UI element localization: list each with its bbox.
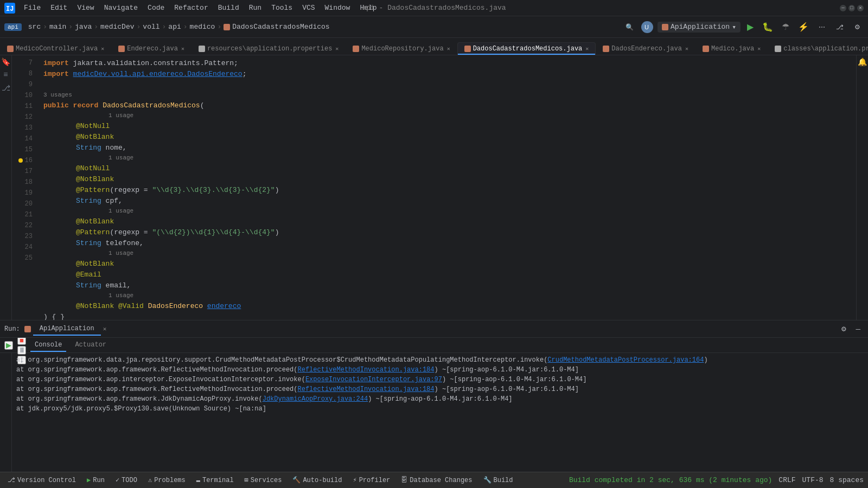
run-config-dropdown[interactable]: ▾ (732, 23, 736, 31)
run-config-label: ApiApplication (671, 23, 730, 31)
settings-panel-button[interactable]: ⚙ (838, 323, 850, 335)
right-sidebar: 🔔 (856, 55, 868, 320)
git-button[interactable]: ⎇ (833, 21, 847, 33)
tab-endereco[interactable]: Endereco.java ✕ (111, 42, 192, 55)
debug-button[interactable]: 🐛 (760, 21, 775, 33)
code-line-16: @Pattern(regexp = "\\d{3}.\\d{3}.\\d{3}-… (43, 184, 851, 195)
hammer-icon: 🔨 (292, 476, 301, 484)
run-button[interactable]: ▶ (745, 21, 756, 33)
tab-close-medicocontroller[interactable]: ✕ (101, 46, 104, 52)
run-app-tab[interactable]: ApiApplication (33, 323, 101, 336)
breadcrumb-main[interactable]: main (49, 23, 66, 31)
code-line-24: @NotBlank @Valid DadosEndereco endereco (43, 300, 851, 311)
settings-button[interactable]: ⚙ (851, 21, 864, 33)
code-line-23: String email, (43, 280, 851, 291)
terminal-button[interactable]: ▬ Terminal (193, 476, 237, 485)
version-control-button[interactable]: ⎇ Version Control (4, 475, 79, 485)
menu-build[interactable]: Build (214, 3, 244, 13)
link-reflective2[interactable]: ReflectiveMethodInvocation.java:184 (297, 386, 434, 393)
line-25: 25 (16, 253, 35, 264)
avatar-button[interactable]: U (641, 21, 653, 33)
stop-button[interactable]: ■ (17, 338, 26, 345)
tab-dadosendereco[interactable]: DadosEndereco.java ✕ (596, 42, 695, 55)
usage-hint-1e: 1 usage (43, 291, 851, 300)
tab-classes-props[interactable]: classes\application.properties ✕ (768, 42, 868, 55)
tab-close-endereco[interactable]: ✕ (181, 46, 184, 52)
java-icon (703, 46, 709, 52)
tab-close-medico[interactable]: ✕ (757, 46, 761, 52)
profiler-icon: ⚡ (353, 476, 356, 484)
link-expose[interactable]: ExposeInvocationInterceptor.java:97 (305, 376, 442, 383)
console-tab[interactable]: Console (30, 339, 66, 352)
file-icon (224, 24, 230, 30)
breadcrumb-api[interactable]: api (168, 23, 181, 31)
menu-edit[interactable]: Edit (46, 3, 72, 13)
services-button[interactable]: ⊞ Services (241, 475, 285, 485)
build-icon: 🔧 (483, 476, 492, 484)
encoding-indicator[interactable]: UTF-8 (802, 476, 824, 484)
structure-icon[interactable]: ≡ (2, 70, 10, 79)
bookmark-icon[interactable]: 🔖 (2, 57, 10, 66)
git-icon[interactable]: ⎇ (2, 84, 10, 92)
menu-run[interactable]: Run (245, 3, 266, 13)
tab-close-dadosendereco[interactable]: ✕ (685, 46, 688, 52)
tab-close-props[interactable]: ✕ (335, 46, 339, 52)
menu-file[interactable]: File (20, 3, 45, 13)
tab-medicorepository[interactable]: MedicoRepository.java ✕ (346, 42, 457, 55)
play-button[interactable]: ▶ (4, 341, 13, 350)
actuator-tab[interactable]: Actuator (71, 339, 111, 352)
minimize-button[interactable]: ─ (840, 5, 846, 11)
code-content[interactable]: import jakarta.validation.constraints.Pa… (39, 55, 851, 320)
bottom-panel-tabs: Run: ApiApplication ✕ ⚙ ─ (0, 320, 868, 338)
breadcrumb-java[interactable]: java (75, 23, 92, 31)
close-button[interactable]: ✕ (857, 5, 864, 11)
database-changes-button[interactable]: 🗄 Database Changes (398, 475, 475, 485)
tab-dadoscadastradosmedicos[interactable]: DadosCadastradosMedicos.java ✕ (457, 42, 596, 55)
breadcrumb-src[interactable]: src (28, 23, 41, 31)
menu-view[interactable]: View (73, 3, 98, 13)
editor-scrollbar[interactable] (851, 55, 856, 320)
todo-button[interactable]: ✓ TODO (112, 475, 141, 485)
minimize-panel-button[interactable]: ─ (852, 323, 864, 335)
auto-build-button[interactable]: 🔨 Auto-build (289, 475, 345, 485)
breadcrumb-medicdev[interactable]: medicDev (100, 23, 134, 31)
breadcrumb-file[interactable]: DadosCadastradosMedicos (232, 23, 329, 31)
breadcrumb-medico[interactable]: medico (190, 23, 215, 31)
app-logo: IJ (4, 3, 15, 14)
build-button[interactable]: 🔧 Build (480, 475, 516, 485)
menu-tools[interactable]: Tools (267, 3, 297, 13)
more-actions-button[interactable]: ⋯ (815, 21, 828, 33)
menu-navigate[interactable]: Navigate (100, 3, 142, 13)
link-crudmethod[interactable]: CrudMethodMetadataPostProcessor.java:164 (547, 356, 704, 364)
problems-button[interactable]: ⚠ Problems (145, 475, 189, 485)
tab-medico[interactable]: Medico.java ✕ (695, 42, 768, 55)
breadcrumb-voll[interactable]: voll (143, 23, 159, 31)
line-19: 19 (16, 188, 35, 198)
menu-window[interactable]: Window (321, 3, 355, 13)
link-jdk[interactable]: JdkDynamicAopProxy.java:244 (263, 395, 368, 403)
tab-medicocontroller[interactable]: MedicoController.java ✕ (0, 42, 111, 55)
menu-refactor[interactable]: Refactor (170, 3, 212, 13)
close-run-tab[interactable]: ✕ (103, 325, 107, 332)
tab-close-medicorepository[interactable]: ✕ (447, 46, 450, 52)
search-everywhere-button[interactable]: 🔍 (622, 21, 637, 33)
build-status: Build completed in 2 sec, 636 ms (2 minu… (569, 476, 772, 484)
menu-vcs[interactable]: VCS (298, 3, 319, 13)
tab-close-dados[interactable]: ✕ (585, 46, 589, 52)
line-11: 11 (16, 101, 35, 112)
run-bottom-button[interactable]: ▶ Run (84, 475, 108, 485)
link-reflective1[interactable]: ReflectiveMethodInvocation.java:184 (297, 366, 434, 374)
console-line-4: at org.springframework.aop.framework.Ref… (16, 384, 864, 394)
notifications-icon[interactable]: 🔔 (858, 57, 867, 66)
maximize-button[interactable]: □ (848, 5, 855, 11)
coverage-button[interactable]: ☂ (780, 21, 792, 33)
menu-code[interactable]: Code (143, 3, 169, 13)
profile-button[interactable]: ⚡ (796, 21, 811, 33)
crlf-indicator[interactable]: CRLF (778, 476, 795, 484)
vcs-icon: ⎇ (8, 476, 15, 484)
usage-hint-1a: 1 usage (43, 111, 851, 120)
profiler-button[interactable]: ⚡ Profiler (349, 475, 393, 485)
spaces-indicator[interactable]: 8 spaces (830, 476, 864, 484)
tab-application-props[interactable]: resources\application.properties ✕ (192, 42, 346, 55)
toolbar: api src › main › java › medicDev › voll … (0, 16, 868, 38)
